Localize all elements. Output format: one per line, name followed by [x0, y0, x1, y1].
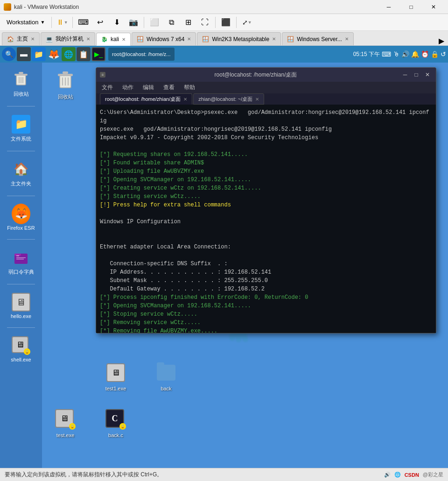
tab-winserver[interactable]: 🪟 Windows Server... ✕ — [282, 32, 354, 45]
full-screen-button[interactable]: ⬜ — [148, 16, 161, 29]
workstation-menu[interactable]: Workstation ▼ — [4, 17, 48, 28]
term-menu-action[interactable]: 动作 — [120, 83, 135, 92]
term-line-4: [*] Requesting shares on 192.168.52.141.… — [100, 150, 432, 159]
tab-winserver-icon: 🪟 — [287, 36, 294, 42]
term-tab-1[interactable]: root@locahost: /home/zhian/桌面 ✕ — [100, 93, 192, 105]
term-tab-2[interactable]: zhian@locahost: ~/桌面 ✕ — [193, 93, 264, 105]
tab-win7[interactable]: 🪟 Windows 7 x64 ✕ — [132, 32, 196, 45]
console-button[interactable]: ⬛ — [219, 16, 232, 29]
kali-notify-icon[interactable]: 🔔 — [411, 50, 419, 58]
tab-overflow-button[interactable]: ▶ — [437, 36, 446, 45]
term-line-8: [*] Creating service wCtz on 192.168.52.… — [100, 184, 432, 192]
tab-mycomputer[interactable]: 💻 我的计算机 ✕ — [41, 32, 95, 45]
desktop-icon-back[interactable]: back — [147, 360, 185, 393]
titlebar-controls: ─ □ ✕ — [378, 0, 444, 14]
titlebar-title: kali - VMware Workstation — [14, 4, 79, 10]
send-ctrl-alt-del-button[interactable]: ⌨ — [77, 16, 90, 29]
term-line-9: [*] Starting service wCtz..... — [100, 192, 432, 201]
tab-win2k3[interactable]: 🪟 Win2K3 Metasploitable ✕ — [197, 32, 281, 45]
tab-win2k3-close[interactable]: ✕ — [272, 36, 276, 42]
desktop-icon-testexe-label: test.exe — [56, 432, 75, 438]
term-tab-2-close[interactable]: ✕ — [255, 97, 259, 102]
tab-mycomputer-close[interactable]: ✕ — [86, 36, 90, 42]
term-tab-1-label: root@locahost: /home/zhian/桌面 — [105, 96, 181, 103]
fit-guest-button[interactable]: ⊞ — [182, 16, 195, 29]
fit-window-button[interactable]: ⛶ — [198, 16, 211, 29]
minimize-button[interactable]: ─ — [378, 0, 399, 14]
kali-app-5[interactable]: 📋 — [77, 47, 91, 61]
wordlist-icon — [12, 248, 30, 267]
active-terminal-taskbar[interactable]: root@locahost: /home/z... — [108, 48, 175, 61]
maximize-button[interactable]: □ — [400, 0, 422, 14]
unity-button[interactable]: ⧉ — [165, 16, 178, 29]
term-minimize-button[interactable]: ─ — [400, 70, 410, 79]
term-line-17: [*] Process ipconfig finished with Error… — [100, 293, 432, 302]
term-line-21: [*] Removing file AwUBVZMY.exe..... — [100, 327, 432, 333]
kali-power-icon[interactable]: 🔒 — [431, 50, 439, 58]
kali-app-globe[interactable]: 🌐 — [62, 47, 76, 61]
snapshot-take-button[interactable]: ⬇ — [110, 16, 123, 29]
term-tab-1-close[interactable]: ✕ — [183, 97, 187, 102]
vmware-icon — [4, 3, 11, 11]
term-menu-help[interactable]: 帮助 — [182, 83, 197, 92]
term-menu-view[interactable]: 查看 — [161, 83, 176, 92]
term-line-13: Connection-specific DNS Suffix . : — [100, 260, 432, 268]
tab-kali-close[interactable]: ✕ — [122, 37, 126, 42]
tab-home-close[interactable]: ✕ — [31, 36, 35, 42]
unity-icon: ⧉ — [169, 18, 174, 27]
svg-rect-1 — [14, 74, 28, 76]
term-menu-edit[interactable]: 编辑 — [141, 83, 156, 92]
workstation-dropdown-icon: ▼ — [40, 20, 45, 25]
desktop-icon-test1-label: test1.exe — [105, 386, 126, 391]
desktop-icon-testexe[interactable]: 🖥 🔒 test.exe — [47, 406, 84, 440]
tab-home[interactable]: 🏠 主页 ✕ — [2, 32, 40, 45]
toolbar-separator-2 — [72, 17, 73, 28]
desktop-icon-backc[interactable]: C 🔒 back.c — [97, 406, 134, 440]
kali-files-app[interactable]: 📁 — [32, 47, 46, 61]
sidebar-item-home[interactable]: 🏠 主文件夹 — [2, 157, 40, 190]
snapshot-revert-button[interactable]: ↩ — [93, 16, 106, 29]
term-line-blank-2 — [100, 209, 432, 218]
term-menu-file[interactable]: 文件 — [100, 83, 115, 92]
kali-volume-icon[interactable]: 🔊 — [401, 50, 409, 58]
kali-browser-app[interactable]: 🦊 — [47, 47, 61, 61]
kali-app-1[interactable]: ▬ — [17, 47, 31, 61]
enter-full-screen-button[interactable]: ⤢ ▼ — [240, 16, 253, 29]
tab-winserver-close[interactable]: ✕ — [345, 36, 349, 42]
close-button[interactable]: ✕ — [423, 0, 444, 14]
tab-win7-icon: 🪟 — [137, 36, 144, 42]
sidebar-item-recyclebin[interactable]: 回收站 — [2, 67, 40, 100]
tab-kali[interactable]: 🐉 kali ✕ — [96, 33, 131, 46]
desktop-icon-recyclebin[interactable]: 回收站 — [47, 67, 84, 102]
svg-rect-2 — [19, 72, 23, 74]
sidebar-item-wordlist[interactable]: 弱口令字典 — [2, 245, 40, 278]
sidebar-recyclebin-label: 回收站 — [14, 91, 29, 98]
term-maximize-button[interactable]: □ — [412, 70, 421, 79]
snapshot-manager-button[interactable]: 📷 — [127, 16, 140, 29]
kali-search-app[interactable]: 🔍 — [2, 47, 16, 61]
term-line-19: [*] Stoping service wCtz..... — [100, 310, 432, 318]
term-line-blank-5 — [100, 251, 432, 260]
kali-refresh-icon[interactable]: ↺ — [441, 50, 446, 58]
titlebar: kali - VMware Workstation ─ □ ✕ — [0, 0, 448, 14]
term-close-button[interactable]: ✕ — [423, 70, 432, 79]
keyboard-icon: ⌨ — [78, 18, 89, 27]
sidebar-item-firefox[interactable]: 🦊 Firefox ESR — [2, 202, 40, 233]
sidebar-item-filemanager[interactable]: 📁 文件系统 — [2, 112, 40, 145]
toolbar-separator-3 — [144, 17, 144, 28]
terminal-content[interactable]: C:\Users\Administrator\Desktop>psexec.ex… — [96, 105, 436, 333]
kali-clock-icon[interactable]: ⏰ — [421, 50, 429, 58]
console-icon: ⬛ — [221, 18, 231, 27]
term-line-3: Impacket v0.9.17 - Copyright 2002-2018 C… — [100, 134, 432, 142]
sidebar-item-hello[interactable]: 🖥 hello.exe — [2, 290, 40, 322]
kali-keyboard-icon: ⌨ — [382, 50, 391, 58]
kali-terminal-app[interactable]: ▶_ — [91, 47, 105, 61]
tab-win7-close[interactable]: ✕ — [187, 36, 191, 42]
firefox-icon: 🦊 — [12, 205, 30, 223]
pause-button[interactable]: ⏸ ▼ — [56, 16, 69, 29]
sidebar-item-shell[interactable]: 🖥 🔒 shell.exe — [2, 333, 40, 365]
tab-win2k3-icon: 🪟 — [202, 36, 209, 42]
desktop-icon-test1[interactable]: 🖥 test1.exe — [97, 360, 134, 393]
term-line-6: [*] Uploading file AwUBVZMY.exe — [100, 167, 432, 176]
fit-guest-icon: ⊞ — [185, 18, 191, 27]
